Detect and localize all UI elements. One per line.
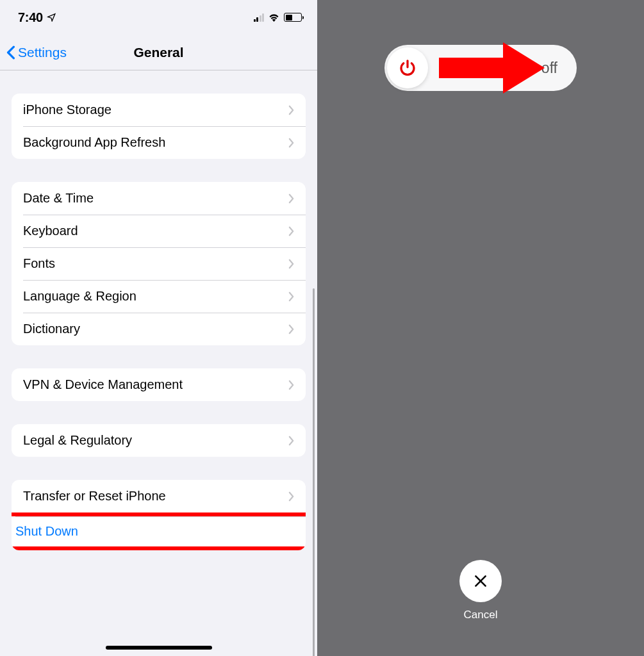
cell-dictionary[interactable]: Dictionary (12, 313, 306, 345)
settings-group-3: VPN & Device Management (12, 368, 306, 401)
cell-legal-regulatory[interactable]: Legal & Regulatory (12, 424, 306, 457)
battery-icon (284, 13, 302, 22)
cell-label: Language & Region (23, 289, 136, 304)
cell-language-region[interactable]: Language & Region (12, 280, 306, 313)
settings-group-1: iPhone Storage Background App Refresh (12, 94, 306, 159)
close-icon (472, 573, 489, 589)
cell-label: VPN & Device Management (23, 377, 183, 392)
cell-date-time[interactable]: Date & Time (12, 182, 306, 215)
cell-fonts[interactable]: Fonts (12, 247, 306, 280)
cell-label: Dictionary (23, 322, 80, 336)
power-off-screen: off Cancel (317, 0, 644, 656)
cell-keyboard[interactable]: Keyboard (12, 215, 306, 247)
slider-label: off (541, 60, 557, 77)
settings-general-screen: 7:40 Settings General iPhone Storage (0, 0, 317, 656)
cell-label: Fonts (23, 256, 55, 271)
power-knob[interactable] (387, 47, 428, 88)
page-title: General (133, 45, 183, 60)
cell-label: Legal & Regulatory (23, 433, 132, 448)
chevron-right-icon (288, 291, 294, 302)
content-area: iPhone Storage Background App Refresh Da… (0, 70, 317, 656)
cancel-label: Cancel (464, 609, 498, 621)
settings-group-4: Legal & Regulatory (12, 424, 306, 457)
cell-iphone-storage[interactable]: iPhone Storage (12, 94, 306, 126)
cell-label: iPhone Storage (23, 102, 111, 117)
power-off-slider[interactable]: off (384, 45, 577, 91)
status-time-text: 7:40 (18, 10, 43, 25)
home-indicator[interactable] (106, 646, 212, 650)
chevron-left-icon (6, 45, 15, 60)
settings-group-2: Date & Time Keyboard Fonts Language & Re… (12, 182, 306, 345)
chevron-right-icon (288, 105, 294, 115)
cell-label: Shut Down (15, 524, 78, 539)
cell-label: Background App Refresh (23, 135, 165, 150)
cell-label: Transfer or Reset iPhone (23, 489, 166, 504)
back-button[interactable]: Settings (6, 45, 67, 60)
scrollbar-indicator (313, 288, 315, 656)
chevron-right-icon (288, 259, 294, 269)
chevron-right-icon (288, 491, 294, 502)
cancel-button[interactable] (459, 560, 502, 602)
cellular-signal-icon (254, 13, 265, 22)
chevron-right-icon (288, 436, 294, 446)
wifi-icon (268, 13, 280, 22)
navigation-bar: Settings General (0, 35, 317, 70)
cell-label: Date & Time (23, 191, 94, 206)
status-indicators (254, 13, 302, 22)
cell-label: Keyboard (23, 224, 78, 238)
cell-vpn-device-management[interactable]: VPN & Device Management (12, 368, 306, 401)
cell-shut-down[interactable]: Shut Down (12, 512, 306, 550)
chevron-right-icon (288, 380, 294, 390)
cell-transfer-reset[interactable]: Transfer or Reset iPhone (12, 480, 306, 512)
cell-background-app-refresh[interactable]: Background App Refresh (12, 126, 306, 159)
power-icon (398, 58, 417, 78)
status-time: 7:40 (18, 10, 56, 25)
settings-group-5: Transfer or Reset iPhone Shut Down (12, 480, 306, 550)
chevron-right-icon (288, 193, 294, 204)
back-label: Settings (18, 45, 67, 60)
chevron-right-icon (288, 138, 294, 148)
chevron-right-icon (288, 324, 294, 334)
status-bar: 7:40 (0, 0, 317, 35)
location-icon (47, 13, 56, 22)
chevron-right-icon (288, 226, 294, 236)
